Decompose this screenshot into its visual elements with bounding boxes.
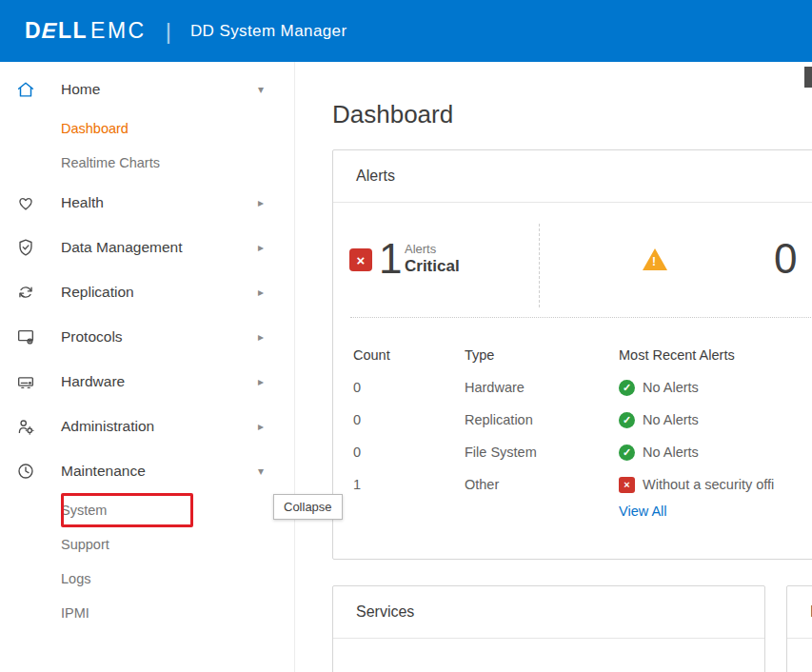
alerts-table: Count Type Most Recent Alerts 0 Hardware… [353, 339, 812, 501]
page-title: Dashboard [332, 100, 453, 129]
alerts-summary: × 1 Alerts Critical ! 0 [333, 203, 812, 319]
sidebar-item-label: Protocols [61, 328, 254, 346]
main-content: Dashboard Alerts × 1 Alerts Critical ! 0… [296, 62, 812, 672]
sidebar-item-system[interactable]: System [0, 493, 294, 527]
row-filesystem-count: 0 [353, 436, 465, 468]
home-icon [15, 79, 36, 100]
ok-status-icon: ✓ [619, 380, 635, 396]
sidebar-item-logs[interactable]: Logs [0, 562, 294, 596]
sidebar-item-hardware[interactable]: Hardware ▸ [0, 359, 294, 404]
row-filesystem-status: ✓ No Alerts [619, 436, 812, 468]
sidebar-item-support[interactable]: Support [0, 527, 294, 562]
warning-alert-count: 0 [774, 238, 797, 280]
chevron-right-icon[interactable]: ▸ [254, 420, 267, 433]
brand-dell: DELL [25, 18, 88, 44]
row-replication-status: ✓ No Alerts [619, 404, 812, 436]
chevron-right-icon[interactable]: ▸ [254, 286, 267, 299]
row-hardware-type: Hardware [465, 371, 619, 404]
sidebar-item-replication[interactable]: Replication ▸ [0, 269, 294, 314]
services-card-title: Services [333, 586, 764, 639]
sidebar-item-label: Data Management [61, 239, 254, 256]
sidebar-collapse-button[interactable]: Collapse [273, 494, 343, 520]
status-text: No Alerts [643, 371, 699, 404]
status-text: No Alerts [643, 436, 699, 468]
sidebar-item-administration[interactable]: Administration ▸ [0, 404, 294, 448]
critical-label-bottom: Critical [405, 257, 460, 276]
row-other-status: × Without a security offi [619, 468, 812, 501]
column-header-count: Count [353, 339, 465, 371]
partial-right-card: H [786, 585, 812, 672]
sidebar-item-ipmi[interactable]: IPMI [0, 596, 294, 630]
row-other-type: Other [465, 468, 619, 501]
warning-alert-icon: ! [643, 248, 667, 270]
chevron-right-icon[interactable]: ▸ [254, 375, 267, 388]
heart-icon [15, 192, 36, 213]
row-replication-type: Replication [465, 404, 619, 436]
sidebar-item-home[interactable]: Home ▾ [0, 67, 294, 111]
services-card: Services [332, 585, 765, 672]
sidebar-item-label: Health [61, 194, 254, 211]
chevron-right-icon[interactable]: ▸ [254, 196, 267, 209]
ok-status-icon: ✓ [619, 412, 635, 428]
alerts-card-title: Alerts [333, 150, 812, 203]
sidebar-item-label: Hardware [61, 373, 254, 390]
app-window: DELL EMC | DD System Manager Home ▾ Dash… [0, 0, 812, 672]
sidebar-nav: Home ▾ Dashboard Realtime Charts Health … [0, 62, 295, 672]
critical-label-top: Alerts [405, 242, 460, 257]
row-hardware-status: ✓ No Alerts [619, 371, 812, 404]
sidebar-item-health[interactable]: Health ▸ [0, 180, 294, 225]
summary-divider [539, 224, 540, 307]
user-gear-icon [15, 416, 36, 437]
column-header-type: Type [465, 339, 619, 371]
protocols-icon [15, 326, 36, 347]
app-title: DD System Manager [190, 22, 347, 41]
critical-alert-count: 1 [379, 238, 402, 280]
critical-status-icon: × [619, 477, 635, 493]
brand-emc: EMC [90, 18, 147, 44]
sidebar-item-label: Maintenance [61, 463, 254, 480]
sidebar-item-maintenance[interactable]: Maintenance ▾ [0, 448, 294, 493]
column-header-most-recent: Most Recent Alerts [619, 339, 812, 371]
sidebar-item-label: Replication [61, 284, 254, 301]
alerts-card: Alerts × 1 Alerts Critical ! 0 Count Typ… [332, 149, 812, 560]
critical-alert-labels: Alerts Critical [405, 242, 460, 276]
sync-arrows-icon [15, 282, 36, 303]
row-other-count: 1 [353, 468, 465, 501]
sidebar-item-label: Home [61, 81, 254, 98]
top-header: DELL EMC | DD System Manager [0, 0, 812, 62]
chevron-right-icon[interactable]: ▸ [254, 241, 267, 254]
chevron-down-icon[interactable]: ▾ [254, 464, 267, 478]
dell-emc-logo: DELL EMC [25, 18, 147, 44]
status-text: Without a security offi [643, 468, 774, 501]
chevron-down-icon[interactable]: ▾ [254, 83, 267, 96]
sidebar-item-label: Administration [61, 418, 254, 435]
partial-card-title: H [787, 586, 812, 639]
chevron-right-icon[interactable]: ▸ [254, 330, 267, 344]
sidebar-item-data-management[interactable]: Data Management ▸ [0, 225, 294, 269]
sidebar-item-realtime-charts[interactable]: Realtime Charts [0, 146, 294, 180]
header-separator: | [166, 18, 171, 45]
row-filesystem-type: File System [465, 436, 619, 468]
summary-table-divider [350, 317, 812, 318]
status-text: No Alerts [643, 404, 699, 436]
shield-check-icon [15, 237, 36, 258]
view-all-link[interactable]: View All [619, 504, 667, 519]
row-hardware-count: 0 [353, 371, 465, 404]
sidebar-item-dashboard[interactable]: Dashboard [0, 111, 294, 146]
sidebar-item-protocols[interactable]: Protocols ▸ [0, 314, 294, 359]
ok-status-icon: ✓ [619, 445, 635, 461]
row-replication-count: 0 [353, 404, 465, 436]
critical-alert-icon: × [349, 248, 372, 271]
server-drive-icon [15, 371, 36, 392]
scrollbar-thumb[interactable] [804, 67, 812, 88]
clock-icon [15, 461, 36, 482]
